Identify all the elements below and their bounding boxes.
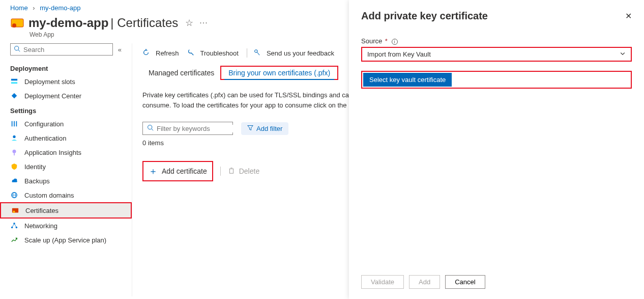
select-kv-highlight: Select key vault certificate bbox=[361, 71, 632, 89]
svg-point-1 bbox=[12, 23, 16, 28]
svg-point-9 bbox=[13, 135, 15, 138]
deploy-center-icon bbox=[10, 92, 18, 100]
add-filter-button[interactable]: Add filter bbox=[241, 122, 288, 135]
filter-icon bbox=[247, 125, 253, 132]
feedback-button[interactable]: Send us your feedback bbox=[253, 49, 334, 58]
svg-line-24 bbox=[152, 129, 153, 130]
toolbar-label: Refresh bbox=[156, 49, 179, 57]
auth-icon bbox=[10, 134, 18, 142]
sidebar-item-certificates[interactable]: Certificates bbox=[0, 202, 132, 219]
certificate-icon bbox=[10, 16, 24, 30]
add-button[interactable]: Add bbox=[409, 275, 440, 289]
svg-rect-5 bbox=[11, 82, 17, 84]
domain-icon bbox=[10, 191, 18, 199]
more-icon[interactable]: ··· bbox=[199, 18, 208, 28]
tab-byoc-highlight: Bring your own certificates (.pfx) bbox=[220, 66, 338, 80]
svg-point-16 bbox=[13, 210, 15, 212]
plus-icon: ＋ bbox=[149, 165, 158, 177]
svg-rect-4 bbox=[11, 79, 17, 81]
add-cert-highlight: ＋ Add certificate bbox=[142, 161, 213, 181]
breadcrumb-home[interactable]: Home bbox=[10, 4, 28, 12]
cancel-button[interactable]: Cancel bbox=[445, 275, 485, 289]
separator bbox=[220, 167, 221, 176]
sidebar-item-label: Custom domains bbox=[24, 192, 74, 199]
trash-icon bbox=[228, 167, 235, 176]
svg-point-10 bbox=[13, 150, 16, 153]
breadcrumb-sep-icon: › bbox=[33, 4, 35, 12]
source-label-row: Source * i bbox=[361, 37, 632, 45]
panel-title: Add private key certificate bbox=[361, 10, 488, 22]
add-certificate-panel: Add private key certificate ✕ Source * i… bbox=[349, 0, 644, 299]
page-title: my-demo-app bbox=[28, 16, 108, 30]
feedback-icon bbox=[253, 49, 264, 58]
identity-icon bbox=[10, 162, 18, 171]
sidebar-item-identity[interactable]: Identity bbox=[0, 159, 132, 174]
sidebar-item-backups[interactable]: Backups bbox=[0, 174, 132, 188]
scale-icon bbox=[10, 236, 18, 244]
delete-label: Delete bbox=[239, 167, 259, 175]
sidebar-search-input[interactable] bbox=[23, 46, 109, 53]
network-icon bbox=[10, 222, 18, 230]
sidebar-item-appinsights[interactable]: Application Insights bbox=[0, 145, 132, 159]
svg-line-21 bbox=[14, 224, 16, 228]
slots-icon bbox=[10, 77, 18, 86]
info-icon[interactable]: i bbox=[392, 39, 398, 45]
sidebar-item-configuration[interactable]: Configuration bbox=[0, 117, 132, 131]
close-icon[interactable]: ✕ bbox=[625, 11, 632, 21]
source-label: Source bbox=[361, 37, 382, 45]
validate-button[interactable]: Validate bbox=[361, 275, 404, 289]
search-icon bbox=[14, 45, 20, 53]
sidebar-item-label: Certificates bbox=[25, 207, 58, 214]
source-select[interactable]: Import from Key Vault bbox=[361, 47, 632, 62]
sidebar-item-label: Configuration bbox=[24, 120, 64, 128]
cert-list-icon bbox=[11, 206, 19, 214]
sidebar-item-label: Identity bbox=[24, 163, 46, 171]
collapse-sidebar-icon[interactable]: « bbox=[118, 46, 122, 53]
insights-icon bbox=[10, 148, 18, 156]
select-key-vault-button[interactable]: Select key vault certificate bbox=[363, 73, 452, 87]
troubleshoot-icon bbox=[187, 49, 197, 58]
sidebar-item-label: Authentication bbox=[24, 134, 66, 142]
search-input-wrap[interactable] bbox=[10, 43, 113, 56]
backup-icon bbox=[10, 177, 18, 185]
refresh-icon bbox=[142, 49, 153, 58]
section-settings: Settings bbox=[0, 103, 132, 117]
breadcrumb-app[interactable]: my-demo-app bbox=[40, 4, 80, 12]
sidebar-item-deployment-slots[interactable]: Deployment slots bbox=[0, 74, 132, 89]
sidebar-item-scale-up[interactable]: Scale up (App Service plan) bbox=[0, 233, 132, 247]
search-icon bbox=[147, 124, 154, 132]
svg-point-2 bbox=[15, 46, 19, 50]
sidebar-item-deployment-center[interactable]: Deployment Center bbox=[0, 89, 132, 103]
panel-footer: Validate Add Cancel bbox=[361, 268, 632, 289]
svg-point-23 bbox=[148, 125, 152, 129]
refresh-button[interactable]: Refresh bbox=[142, 49, 179, 58]
config-icon bbox=[10, 120, 18, 128]
troubleshoot-button[interactable]: Troubleshoot bbox=[187, 49, 239, 58]
filter-input[interactable] bbox=[157, 125, 242, 132]
svg-line-20 bbox=[12, 224, 14, 228]
tab-managed-certs[interactable]: Managed certificates bbox=[142, 65, 220, 81]
delete-button[interactable]: Delete bbox=[228, 167, 259, 176]
add-certificate-button[interactable]: ＋ Add certificate bbox=[143, 162, 212, 180]
sidebar-item-label: Backups bbox=[24, 177, 50, 185]
sidebar-item-label: Scale up (App Service plan) bbox=[24, 236, 106, 244]
sidebar-item-custom-domains[interactable]: Custom domains bbox=[0, 188, 132, 202]
sidebar-item-label: Networking bbox=[24, 222, 57, 230]
required-asterisk-icon: * bbox=[385, 37, 388, 45]
favorite-star-icon[interactable]: ☆ bbox=[185, 17, 193, 29]
svg-point-22 bbox=[255, 49, 257, 52]
filter-input-wrap[interactable] bbox=[142, 122, 233, 135]
toolbar-label: Troubleshoot bbox=[200, 49, 239, 57]
sidebar-item-label: Deployment slots bbox=[24, 78, 75, 86]
sidebar-item-label: Application Insights bbox=[24, 149, 81, 156]
section-deployment: Deployment bbox=[0, 61, 132, 74]
source-value: Import from Key Vault bbox=[367, 50, 431, 58]
page-section: | Certificates bbox=[110, 16, 178, 30]
sidebar-item-networking[interactable]: Networking bbox=[0, 219, 132, 233]
tab-byoc[interactable]: Bring your own certificates (.pfx) bbox=[224, 67, 334, 80]
sidebar-item-label: Deployment Center bbox=[24, 92, 81, 100]
toolbar-label: Send us your feedback bbox=[267, 49, 334, 57]
svg-rect-25 bbox=[229, 169, 233, 173]
svg-rect-11 bbox=[14, 153, 15, 155]
sidebar-item-authentication[interactable]: Authentication bbox=[0, 131, 132, 145]
